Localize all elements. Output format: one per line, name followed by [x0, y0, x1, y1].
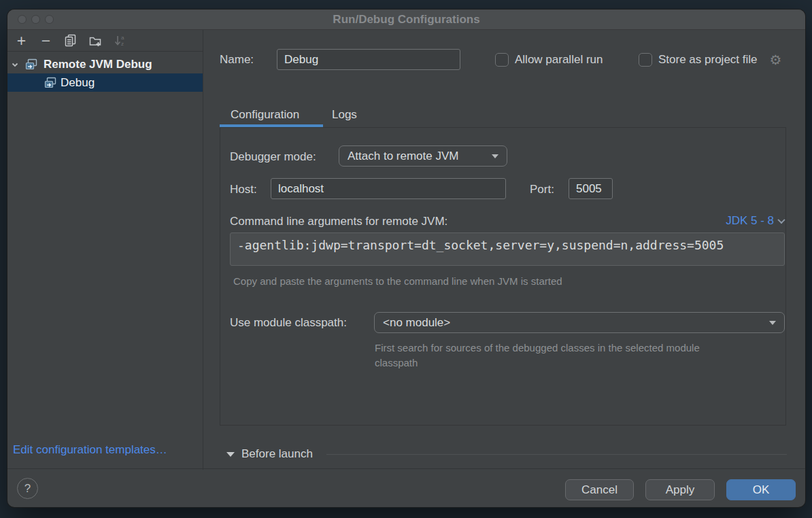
run-debug-configurations-dialog: Run/Debug Configurations + − — [7, 9, 806, 508]
before-launch-label: Before launch — [241, 447, 313, 461]
debugger-mode-select[interactable]: Attach to remote JVM — [339, 145, 507, 167]
zoom-button[interactable] — [45, 15, 54, 24]
dialog-button-bar: ? Cancel Apply OK — [7, 468, 805, 507]
sidebar-toolbar: + − a — [7, 30, 203, 52]
store-as-project-file-checkbox[interactable] — [639, 53, 652, 67]
cmdline-args-label: Command line arguments for remote JVM: — [230, 214, 447, 229]
configurations-sidebar: + − a — [7, 30, 203, 470]
chevron-down-icon[interactable] — [10, 60, 20, 69]
store-as-project-file-checkbox-group: Store as project file ⚙ — [639, 52, 781, 67]
cancel-button[interactable]: Cancel — [565, 479, 634, 500]
tree-item-debug-selected[interactable]: Debug — [7, 73, 203, 92]
store-as-project-file-label: Store as project file — [658, 53, 758, 67]
add-icon[interactable]: + — [14, 33, 29, 48]
ok-button[interactable]: OK — [726, 479, 796, 500]
debugger-mode-value: Attach to remote JVM — [348, 150, 458, 163]
sort-alphabetically-icon[interactable]: a z — [112, 33, 126, 48]
cmdline-args-hint: Copy and paste the arguments to the comm… — [233, 274, 562, 289]
host-label: Host: — [230, 182, 257, 197]
module-classpath-label: Use module classpath: — [230, 315, 347, 330]
titlebar[interactable]: Run/Debug Configurations — [7, 10, 805, 30]
chevron-down-icon — [769, 321, 776, 325]
chevron-down-icon — [777, 216, 785, 224]
allow-parallel-run-label: Allow parallel run — [515, 53, 603, 67]
tree-item-label: Debug — [61, 76, 95, 90]
remote-debug-icon — [44, 76, 57, 89]
section-separator — [326, 454, 787, 455]
svg-text:z: z — [121, 41, 124, 47]
jdk-version-value: JDK 5 - 8 — [726, 214, 774, 228]
copy-icon[interactable] — [63, 33, 78, 48]
close-button[interactable] — [18, 15, 27, 24]
tree-group-remote-jvm-debug[interactable]: Remote JVM Debug — [7, 55, 203, 73]
name-label: Name: — [220, 52, 254, 67]
tab-logs[interactable]: Logs — [332, 106, 357, 124]
module-classpath-select[interactable]: <no module> — [374, 312, 785, 333]
collapse-triangle-icon[interactable] — [226, 452, 235, 457]
port-input[interactable] — [569, 178, 613, 199]
tab-configuration[interactable]: Configuration — [231, 106, 299, 124]
chevron-down-icon — [492, 154, 498, 158]
module-classpath-value: <no module> — [383, 316, 450, 330]
apply-button[interactable]: Apply — [645, 479, 715, 500]
remove-icon[interactable]: − — [39, 33, 53, 48]
tree-group-label: Remote JVM Debug — [44, 58, 152, 71]
minimize-button[interactable] — [31, 15, 40, 24]
jdk-version-selector[interactable]: JDK 5 - 8 — [726, 214, 784, 228]
allow-parallel-run-checkbox-group: Allow parallel run — [495, 52, 603, 67]
module-classpath-hint: First search for sources of the debugged… — [375, 341, 715, 370]
host-input[interactable] — [271, 178, 506, 199]
cmdline-args-field[interactable]: -agentlib:jdwp=transport=dt_socket,serve… — [230, 232, 785, 266]
edit-configuration-templates-link[interactable]: Edit configuration templates… — [13, 443, 167, 457]
remote-debug-icon — [25, 58, 38, 71]
name-input[interactable] — [277, 49, 460, 70]
debugger-mode-label: Debugger mode: — [230, 150, 316, 165]
gear-icon[interactable]: ⚙ — [770, 53, 782, 67]
port-label: Port: — [530, 182, 554, 197]
new-folder-icon[interactable] — [88, 33, 102, 48]
configuration-editor: Name: Allow parallel run Store as projec… — [204, 30, 806, 470]
allow-parallel-run-checkbox[interactable] — [495, 53, 509, 67]
svg-text:a: a — [121, 35, 124, 41]
before-launch-section[interactable]: Before launch — [226, 446, 787, 462]
help-button[interactable]: ? — [17, 478, 38, 499]
window-title: Run/Debug Configurations — [7, 10, 805, 29]
